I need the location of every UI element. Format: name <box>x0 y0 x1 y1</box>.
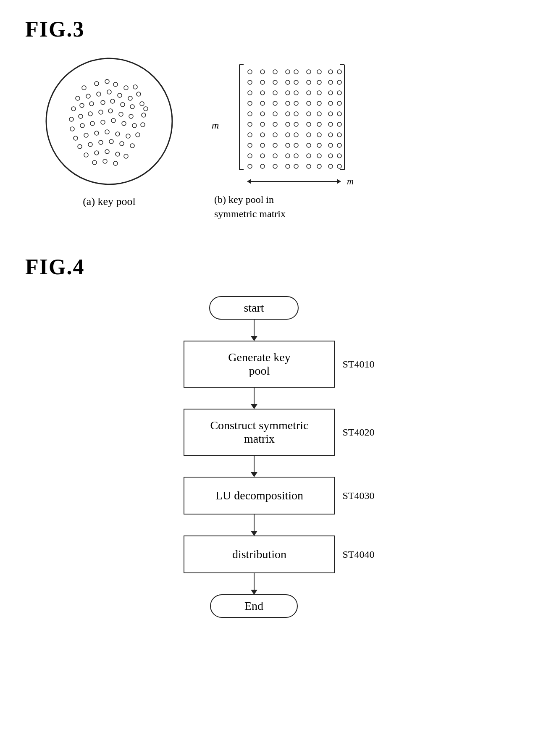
step4-box: distribution <box>184 536 335 573</box>
svg-point-116 <box>307 122 311 126</box>
svg-point-13 <box>71 107 76 111</box>
svg-point-101 <box>337 101 341 105</box>
svg-point-9 <box>107 90 111 94</box>
svg-point-140 <box>273 154 277 158</box>
arrow-3 <box>254 456 255 477</box>
svg-point-43 <box>136 133 140 137</box>
svg-point-7 <box>86 94 90 98</box>
arrow-5 <box>254 573 255 594</box>
svg-point-55 <box>92 160 97 165</box>
svg-point-34 <box>122 121 126 126</box>
svg-point-49 <box>130 144 134 148</box>
svg-point-74 <box>337 70 341 74</box>
svg-point-80 <box>307 80 311 84</box>
svg-point-39 <box>95 131 99 135</box>
svg-point-111 <box>248 122 252 126</box>
svg-point-25 <box>108 109 113 113</box>
svg-point-121 <box>260 133 265 137</box>
svg-point-11 <box>128 96 132 100</box>
svg-point-97 <box>294 101 298 105</box>
svg-point-41 <box>116 132 120 136</box>
svg-point-8 <box>97 92 101 96</box>
svg-point-68 <box>273 70 277 74</box>
svg-point-53 <box>116 152 120 156</box>
svg-point-35 <box>132 123 137 128</box>
page: FIG.3 <box>0 0 533 756</box>
svg-point-148 <box>260 164 265 168</box>
svg-point-5 <box>124 86 128 90</box>
svg-point-130 <box>260 143 265 147</box>
fig3-right: m <box>210 63 354 221</box>
svg-point-131 <box>273 143 277 147</box>
end-node-row: End <box>210 594 348 618</box>
svg-point-57 <box>113 161 118 165</box>
m-label-vertical: m <box>212 120 219 131</box>
svg-point-54 <box>124 154 128 158</box>
svg-point-107 <box>307 112 311 116</box>
svg-point-19 <box>130 105 134 109</box>
svg-point-83 <box>337 80 341 84</box>
svg-point-146 <box>337 154 341 158</box>
svg-point-6 <box>76 96 80 100</box>
svg-point-114 <box>286 122 290 126</box>
svg-point-18 <box>121 102 125 107</box>
svg-point-102 <box>248 112 252 116</box>
svg-point-38 <box>84 133 88 137</box>
m-arrow-horizontal <box>244 175 344 188</box>
end-node: End <box>210 594 298 618</box>
step2-row: Construct symmetric matrix ST4020 <box>184 409 374 456</box>
svg-point-58 <box>133 85 137 89</box>
svg-point-117 <box>317 122 321 126</box>
svg-point-31 <box>90 121 95 126</box>
svg-point-128 <box>337 133 341 137</box>
svg-point-152 <box>307 164 311 168</box>
svg-point-42 <box>126 134 130 138</box>
svg-point-138 <box>248 154 252 158</box>
step3-label: ST4030 <box>342 490 374 501</box>
svg-point-66 <box>248 70 252 74</box>
svg-point-36 <box>141 123 145 127</box>
svg-point-73 <box>328 70 333 74</box>
m-label-horizontal: m <box>347 176 354 187</box>
arrow-1 <box>254 320 255 341</box>
svg-point-112 <box>260 122 265 126</box>
svg-point-153 <box>317 164 321 168</box>
svg-point-26 <box>119 112 123 116</box>
svg-point-72 <box>317 70 321 74</box>
matrix-svg <box>231 63 349 172</box>
key-pool-circle <box>42 54 176 189</box>
arrow-2 <box>254 388 255 409</box>
svg-point-90 <box>317 91 321 95</box>
svg-point-14 <box>80 103 84 108</box>
step4-row: distribution ST4040 <box>184 536 374 573</box>
svg-point-144 <box>317 154 321 158</box>
step2-box: Construct symmetric matrix <box>184 409 335 456</box>
svg-point-88 <box>294 91 298 95</box>
svg-point-17 <box>110 99 115 103</box>
svg-point-134 <box>307 143 311 147</box>
svg-point-16 <box>101 100 105 105</box>
svg-point-52 <box>105 150 109 154</box>
fig3-caption-a: (a) key pool <box>83 195 136 208</box>
svg-point-125 <box>307 133 311 137</box>
svg-point-123 <box>286 133 290 137</box>
svg-point-110 <box>337 112 341 116</box>
arrow-4 <box>254 514 255 536</box>
svg-point-122 <box>273 133 277 137</box>
svg-point-45 <box>88 142 92 147</box>
svg-marker-158 <box>337 179 341 184</box>
svg-point-30 <box>80 123 84 128</box>
flowchart: start Generate key pool ST4010 Construct… <box>25 296 508 618</box>
svg-point-127 <box>328 133 333 137</box>
svg-point-93 <box>248 101 252 105</box>
svg-point-32 <box>101 120 105 124</box>
step3-box: LU decomposition <box>184 477 335 514</box>
fig3-content: (a) key pool m <box>25 54 508 221</box>
svg-point-67 <box>260 70 265 74</box>
svg-point-81 <box>317 80 321 84</box>
svg-point-94 <box>260 101 265 105</box>
svg-point-142 <box>294 154 298 158</box>
svg-point-108 <box>317 112 321 116</box>
svg-point-105 <box>286 112 290 116</box>
svg-point-3 <box>105 79 109 84</box>
